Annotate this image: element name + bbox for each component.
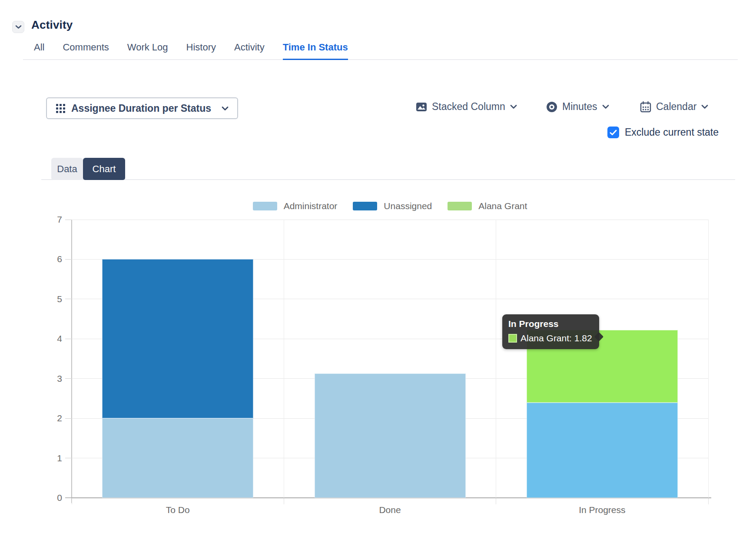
chevron-down-icon — [222, 106, 229, 111]
chart-tooltip: In Progress Alana Grant: 1.82 — [502, 314, 599, 349]
tab-history[interactable]: History — [186, 42, 216, 60]
legend-label-unassigned: Unassigned — [384, 201, 432, 211]
y-axis-label-0: 0 — [45, 493, 62, 503]
tooltip-value: Alana Grant: 1.82 — [521, 333, 592, 343]
tab-chart[interactable]: Chart — [83, 158, 125, 180]
y-tick-0 — [65, 498, 72, 498]
legend-swatch-unassigned — [353, 202, 377, 210]
exclude-current-state-label: Exclude current state — [625, 127, 719, 138]
page-title: Activity — [31, 18, 73, 32]
tab-comments[interactable]: Comments — [63, 42, 109, 60]
bar-in-progress-administrator[interactable] — [527, 403, 678, 498]
chevron-down-icon — [510, 104, 517, 109]
tab-time-in-status[interactable]: Time In Status — [283, 42, 348, 60]
y-tick-6 — [65, 259, 72, 260]
chevron-down-icon — [602, 104, 609, 109]
y-tick-3 — [65, 378, 72, 379]
y-axis-label-2: 2 — [45, 413, 62, 423]
calendar-dropdown[interactable]: Calendar — [640, 101, 708, 113]
tooltip-series-swatch — [508, 334, 517, 343]
y-axis-label-6: 6 — [45, 254, 62, 264]
time-in-status-panel: Activity AllCommentsWork LogHistoryActiv… — [0, 0, 756, 560]
y-tick-1 — [65, 458, 72, 458]
tab-all[interactable]: All — [34, 42, 44, 60]
legend-label-administrator: Administrator — [284, 201, 338, 211]
tab-work-log[interactable]: Work Log — [127, 42, 168, 60]
toggle-divider — [41, 179, 735, 180]
exclude-current-state-toggle[interactable]: Exclude current state — [607, 127, 719, 138]
y-axis-label-3: 3 — [45, 373, 62, 384]
h-gridline-7 — [72, 220, 708, 220]
x-axis-label-in-progress: In Progress — [496, 505, 708, 515]
x-tick-3 — [708, 498, 709, 504]
plot-area: In Progress Alana Grant: 1.82 01234567To… — [72, 220, 708, 498]
chevron-down-icon — [15, 25, 22, 29]
v-gridline-1 — [284, 220, 284, 498]
bar-to-do-unassigned[interactable] — [102, 259, 253, 418]
chevron-down-icon — [701, 104, 708, 109]
grid-icon — [56, 103, 66, 113]
unit-label: Minutes — [562, 101, 597, 113]
legend-item-administrator[interactable]: Administrator — [253, 201, 338, 211]
unit-dropdown[interactable]: Minutes — [546, 101, 609, 113]
v-gridline-3 — [708, 220, 709, 498]
x-axis-label-to-do: To Do — [72, 505, 284, 515]
y-tick-4 — [65, 339, 72, 339]
tab-data[interactable]: Data — [51, 158, 83, 180]
y-axis-label-1: 1 — [45, 453, 62, 463]
y-axis-line — [71, 220, 72, 503]
chart-type-label: Stacked Column — [432, 101, 505, 113]
calendar-icon — [640, 101, 651, 113]
legend-item-alana-grant[interactable]: Alana Grant — [448, 201, 527, 211]
x-axis-label-done: Done — [284, 505, 496, 515]
y-tick-5 — [65, 299, 72, 299]
view-selector-button[interactable]: Assignee Duration per Status — [46, 97, 238, 119]
bar-done-administrator[interactable] — [315, 373, 466, 498]
y-axis-label-7: 7 — [45, 214, 62, 225]
y-tick-2 — [65, 418, 72, 419]
tab-activity[interactable]: Activity — [234, 42, 265, 60]
calendar-label: Calendar — [656, 101, 696, 113]
legend-item-unassigned[interactable]: Unassigned — [353, 201, 432, 211]
legend-label-alana-grant: Alana Grant — [478, 201, 527, 211]
v-gridline-2 — [496, 220, 496, 498]
x-tick-0 — [72, 498, 72, 504]
x-tick-2 — [496, 498, 496, 504]
activity-collapse-button[interactable] — [12, 21, 24, 33]
data-chart-toggle: Data Chart — [51, 158, 125, 180]
image-icon — [416, 101, 427, 113]
activity-tabs: AllCommentsWork LogHistoryActivityTime I… — [23, 42, 738, 60]
legend-swatch-alana-grant — [448, 202, 472, 210]
eye-icon — [546, 101, 557, 113]
legend-swatch-administrator — [253, 202, 277, 210]
bar-to-do-administrator[interactable] — [102, 418, 253, 498]
y-tick-7 — [65, 220, 72, 220]
chart-type-dropdown[interactable]: Stacked Column — [416, 101, 517, 113]
y-axis-label-4: 4 — [45, 333, 62, 344]
checkbox-checked-icon[interactable] — [607, 127, 619, 138]
y-axis-label-5: 5 — [45, 294, 62, 304]
tooltip-title: In Progress — [508, 319, 592, 329]
view-selector-label: Assignee Duration per Status — [71, 103, 211, 114]
x-tick-1 — [284, 498, 284, 504]
chart-legend: AdministratorUnassignedAlana Grant — [72, 201, 708, 211]
